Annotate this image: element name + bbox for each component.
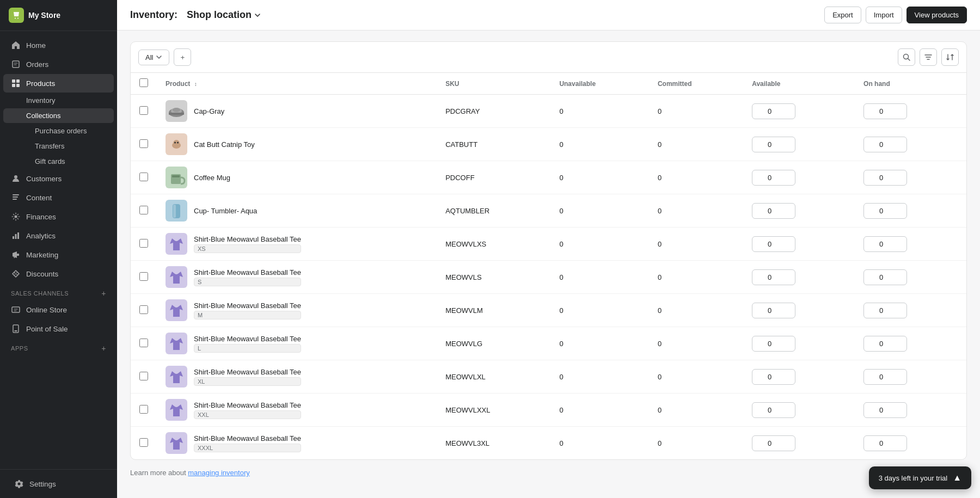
available-input[interactable] bbox=[752, 303, 795, 318]
row-checkbox-cell[interactable] bbox=[131, 228, 157, 261]
on-hand-cell[interactable] bbox=[855, 228, 966, 261]
filter-all-button[interactable]: All bbox=[138, 50, 169, 65]
row-checkbox-cell[interactable] bbox=[131, 294, 157, 327]
row-checkbox-cell[interactable] bbox=[131, 394, 157, 427]
select-all-checkbox[interactable] bbox=[139, 78, 148, 87]
row-checkbox-cell[interactable] bbox=[131, 427, 157, 460]
row-checkbox[interactable] bbox=[139, 405, 148, 414]
on-hand-input[interactable] bbox=[863, 336, 907, 352]
available-cell[interactable] bbox=[743, 360, 855, 394]
sidebar-item-pos[interactable]: Point of Sale bbox=[3, 319, 114, 338]
available-input[interactable] bbox=[752, 103, 795, 119]
available-cell[interactable] bbox=[743, 95, 855, 128]
sidebar-item-gift-cards[interactable]: Gift cards bbox=[3, 154, 114, 169]
on-hand-input[interactable] bbox=[863, 402, 907, 418]
row-checkbox-cell[interactable] bbox=[131, 327, 157, 360]
sort-button[interactable] bbox=[941, 48, 959, 66]
available-cell[interactable] bbox=[743, 228, 855, 261]
available-cell[interactable] bbox=[743, 394, 855, 427]
sidebar-item-finances[interactable]: Finances bbox=[3, 207, 114, 226]
row-checkbox[interactable] bbox=[139, 372, 148, 380]
row-checkbox[interactable] bbox=[139, 139, 148, 148]
on-hand-input[interactable] bbox=[863, 236, 907, 252]
sidebar-item-purchase-orders[interactable]: Purchase orders bbox=[3, 124, 114, 138]
sales-channels-expand[interactable]: + bbox=[101, 289, 106, 298]
on-hand-input[interactable] bbox=[863, 435, 907, 451]
sidebar-item-orders[interactable]: Orders bbox=[3, 55, 114, 73]
on-hand-cell[interactable] bbox=[855, 427, 966, 460]
managing-inventory-link[interactable]: managing inventory bbox=[188, 469, 249, 477]
row-checkbox-cell[interactable] bbox=[131, 360, 157, 394]
row-checkbox[interactable] bbox=[139, 305, 148, 314]
on-hand-cell[interactable] bbox=[855, 161, 966, 194]
on-hand-cell[interactable] bbox=[855, 261, 966, 294]
on-hand-cell[interactable] bbox=[855, 327, 966, 360]
sidebar-item-discounts[interactable]: Discounts bbox=[3, 265, 114, 283]
apps-expand[interactable]: + bbox=[101, 344, 106, 353]
row-checkbox[interactable] bbox=[139, 173, 148, 181]
available-cell[interactable] bbox=[743, 161, 855, 194]
add-filter-button[interactable]: + bbox=[174, 48, 191, 66]
on-hand-input[interactable] bbox=[863, 369, 907, 385]
on-hand-cell[interactable] bbox=[855, 294, 966, 327]
sidebar-item-marketing[interactable]: Marketing bbox=[3, 245, 114, 264]
available-cell[interactable] bbox=[743, 128, 855, 161]
sidebar-item-customers[interactable]: Customers bbox=[3, 169, 114, 188]
available-cell[interactable] bbox=[743, 261, 855, 294]
sidebar-item-inventory[interactable]: Collections bbox=[3, 108, 114, 123]
on-hand-cell[interactable] bbox=[855, 128, 966, 161]
location-selector[interactable]: Shop location bbox=[187, 9, 261, 21]
row-checkbox[interactable] bbox=[139, 106, 148, 115]
sidebar-item-home[interactable]: Home bbox=[3, 36, 114, 54]
on-hand-input[interactable] bbox=[863, 203, 907, 219]
available-cell[interactable] bbox=[743, 427, 855, 460]
sidebar-item-analytics[interactable]: Analytics bbox=[3, 226, 114, 245]
available-input[interactable] bbox=[752, 402, 795, 418]
row-checkbox[interactable] bbox=[139, 438, 148, 447]
row-checkbox[interactable] bbox=[139, 239, 148, 248]
row-checkbox[interactable] bbox=[139, 339, 148, 347]
row-checkbox[interactable] bbox=[139, 206, 148, 214]
sidebar-item-products[interactable]: Products bbox=[3, 74, 114, 93]
available-cell[interactable] bbox=[743, 294, 855, 327]
on-hand-cell[interactable] bbox=[855, 194, 966, 228]
available-input[interactable] bbox=[752, 170, 795, 186]
available-input[interactable] bbox=[752, 269, 795, 285]
th-select-all[interactable] bbox=[131, 73, 157, 95]
sidebar-item-transfers[interactable]: Transfers bbox=[3, 139, 114, 153]
sidebar-logo[interactable]: My Store bbox=[0, 0, 117, 31]
row-checkbox[interactable] bbox=[139, 272, 148, 281]
on-hand-input[interactable] bbox=[863, 269, 907, 285]
export-button[interactable]: Export bbox=[824, 7, 861, 23]
available-input[interactable] bbox=[752, 137, 795, 152]
column-filter-button[interactable] bbox=[920, 48, 937, 66]
available-input[interactable] bbox=[752, 336, 795, 352]
on-hand-input[interactable] bbox=[863, 170, 907, 186]
available-input[interactable] bbox=[752, 369, 795, 385]
row-checkbox-cell[interactable] bbox=[131, 161, 157, 194]
on-hand-cell[interactable] bbox=[855, 95, 966, 128]
row-checkbox-cell[interactable] bbox=[131, 128, 157, 161]
on-hand-cell[interactable] bbox=[855, 394, 966, 427]
sidebar-item-settings[interactable]: Settings bbox=[7, 475, 111, 493]
view-products-button[interactable]: View products bbox=[906, 7, 967, 23]
available-cell[interactable] bbox=[743, 327, 855, 360]
available-input[interactable] bbox=[752, 435, 795, 451]
on-hand-input[interactable] bbox=[863, 303, 907, 318]
row-checkbox-cell[interactable] bbox=[131, 194, 157, 228]
available-input[interactable] bbox=[752, 203, 795, 219]
on-hand-input[interactable] bbox=[863, 103, 907, 119]
on-hand-cell[interactable] bbox=[855, 360, 966, 394]
sidebar-item-online-store[interactable]: Online Store bbox=[3, 300, 114, 319]
trial-chevron[interactable]: ▲ bbox=[953, 473, 961, 483]
available-input[interactable] bbox=[752, 236, 795, 252]
available-cell[interactable] bbox=[743, 194, 855, 228]
sidebar-item-content[interactable]: Content bbox=[3, 188, 114, 207]
row-checkbox-cell[interactable] bbox=[131, 95, 157, 128]
sidebar-item-collections[interactable]: Inventory bbox=[3, 93, 114, 108]
on-hand-input[interactable] bbox=[863, 137, 907, 152]
search-button[interactable] bbox=[898, 48, 915, 66]
row-checkbox-cell[interactable] bbox=[131, 261, 157, 294]
trial-banner[interactable]: 3 days left in your trial ▲ bbox=[869, 466, 971, 489]
import-button[interactable]: Import bbox=[866, 7, 902, 23]
